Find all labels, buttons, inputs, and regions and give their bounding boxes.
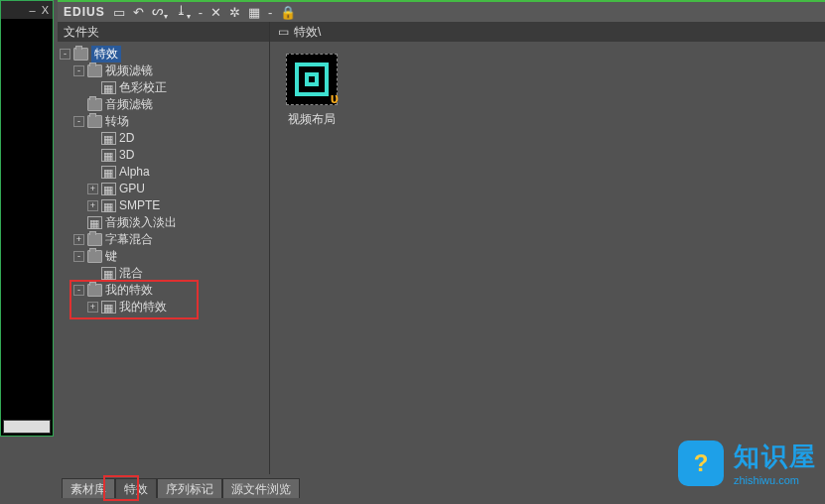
delete-icon[interactable]: ✕ bbox=[210, 5, 221, 20]
down-icon[interactable]: ⤓▾ bbox=[176, 3, 191, 21]
lock-icon[interactable]: 🔒 bbox=[280, 5, 296, 20]
tree-blend[interactable]: 混合 bbox=[60, 265, 267, 282]
view-panel-header: ▭ 特效 \ bbox=[270, 22, 825, 42]
folder-icon[interactable]: ▭ bbox=[113, 5, 125, 20]
folder-icon bbox=[73, 48, 88, 61]
main-panel: EDIUS ▭ ↶ ᔕ▾ ⤓▾ - ✕ ✲ ▦ - 🔒 文件夹 -特效 -视频滤… bbox=[58, 0, 825, 504]
tree-label: 我的特效 bbox=[105, 282, 153, 299]
titlebar: EDIUS ▭ ↶ ᔕ▾ ⤓▾ - ✕ ✲ ▦ - 🔒 bbox=[58, 0, 825, 22]
tree-3d[interactable]: 3D bbox=[60, 147, 267, 164]
tree-gpu[interactable]: +GPU bbox=[60, 181, 267, 197]
tab-browser[interactable]: 源文件浏览 bbox=[222, 478, 300, 498]
gear-icon[interactable]: ✲ bbox=[229, 5, 240, 20]
tree-keys[interactable]: -键 bbox=[60, 248, 267, 265]
left-window-controls: – X bbox=[1, 1, 53, 19]
tree-label: 视频滤镜 bbox=[105, 63, 153, 79]
tree-smpte[interactable]: +SMPTE bbox=[60, 197, 267, 214]
tree-2d[interactable]: 2D bbox=[60, 130, 267, 147]
tree-label: 特效 bbox=[91, 46, 121, 63]
tree-label: 色彩校正 bbox=[119, 79, 167, 96]
item-icon bbox=[101, 132, 116, 145]
watermark-sub: zhishiwu.com bbox=[734, 474, 817, 486]
folder-icon bbox=[87, 115, 102, 128]
collapse-icon[interactable]: - bbox=[73, 285, 84, 296]
tree-label: 键 bbox=[105, 248, 117, 265]
tree-label: 音频滤镜 bbox=[105, 96, 153, 113]
folder-icon bbox=[87, 233, 102, 246]
tab-effects[interactable]: 特效 bbox=[115, 478, 157, 498]
tree-alpha[interactable]: Alpha bbox=[60, 164, 267, 181]
watermark-text: 知识屋 zhishiwu.com bbox=[734, 440, 817, 486]
close-icon[interactable]: X bbox=[42, 4, 49, 16]
link-icon[interactable]: ᔕ▾ bbox=[152, 3, 168, 21]
view-path: \ bbox=[318, 25, 321, 39]
watermark-title: 知识屋 bbox=[734, 440, 817, 474]
tree-panel-header: 文件夹 bbox=[58, 22, 269, 42]
folder-icon bbox=[87, 98, 102, 111]
item-icon bbox=[101, 183, 116, 195]
folder-icon bbox=[87, 284, 102, 297]
tree-label: Alpha bbox=[119, 164, 150, 181]
minimize-icon[interactable]: – bbox=[30, 4, 36, 16]
tree-label: 混合 bbox=[119, 265, 143, 282]
item-icon bbox=[101, 81, 116, 94]
toolbar: ▭ ↶ ᔕ▾ ⤓▾ - ✕ ✲ ▦ - 🔒 bbox=[113, 3, 297, 21]
tree-audio-fade[interactable]: 音频淡入淡出 bbox=[60, 214, 267, 231]
badge-icon: υ bbox=[331, 90, 339, 106]
ruler-strip bbox=[3, 420, 51, 434]
app-title: EDIUS bbox=[64, 5, 105, 19]
tree-label: SMPTE bbox=[119, 197, 160, 214]
bottom-tabs: 素材库 特效 序列标记 源文件浏览 bbox=[62, 478, 300, 498]
tab-library[interactable]: 素材库 bbox=[62, 478, 115, 498]
tree-subtitle-mix[interactable]: +字幕混合 bbox=[60, 231, 267, 248]
view-body[interactable]: υ 视频布局 bbox=[270, 42, 825, 474]
expand-icon[interactable]: + bbox=[87, 302, 98, 313]
tree-label: 我的特效 bbox=[119, 299, 167, 315]
watermark-badge bbox=[678, 441, 724, 486]
left-preview-panel: – X bbox=[0, 0, 54, 437]
expand-icon[interactable]: + bbox=[73, 234, 84, 245]
view-panel: ▭ 特效 \ υ 视频布局 bbox=[270, 22, 825, 474]
folder-icon: ▭ bbox=[276, 25, 290, 39]
tree-label: GPU bbox=[119, 181, 145, 197]
item-icon bbox=[101, 267, 116, 280]
tree-label: 2D bbox=[119, 130, 134, 147]
tree-label: 转场 bbox=[105, 113, 129, 130]
tree-root-effects[interactable]: -特效 bbox=[60, 46, 267, 63]
view-title: 特效 bbox=[294, 24, 318, 41]
item-icon bbox=[101, 149, 116, 162]
tree-transition[interactable]: -转场 bbox=[60, 113, 267, 130]
tree-panel: 文件夹 -特效 -视频滤镜 色彩校正 音频滤镜 -转场 2D 3D Alpha … bbox=[58, 22, 270, 474]
tree-my-effects[interactable]: -我的特效 bbox=[60, 282, 267, 299]
tree-audio-filter[interactable]: 音频滤镜 bbox=[60, 96, 267, 113]
item-icon bbox=[101, 166, 116, 179]
folder-icon bbox=[87, 64, 102, 77]
collapse-icon[interactable]: - bbox=[73, 65, 84, 76]
separator-icon: - bbox=[199, 5, 203, 20]
collapse-icon[interactable]: - bbox=[73, 251, 84, 262]
expand-icon[interactable]: + bbox=[87, 200, 98, 211]
effect-thumbnail[interactable]: υ 视频布局 bbox=[282, 54, 342, 128]
item-icon bbox=[87, 216, 102, 229]
tree-color-correction[interactable]: 色彩校正 bbox=[60, 79, 267, 96]
question-icon bbox=[694, 449, 709, 477]
thumbnail-image: υ bbox=[286, 54, 338, 105]
folder-header-label: 文件夹 bbox=[64, 24, 99, 41]
content-area: 文件夹 -特效 -视频滤镜 色彩校正 音频滤镜 -转场 2D 3D Alpha … bbox=[58, 22, 825, 474]
tab-markers[interactable]: 序列标记 bbox=[157, 478, 222, 498]
tree-my-effects-child[interactable]: +我的特效 bbox=[60, 299, 267, 315]
tree-video-filter[interactable]: -视频滤镜 bbox=[60, 63, 267, 79]
grid-icon[interactable]: ▦ bbox=[248, 5, 260, 20]
collapse-icon[interactable]: - bbox=[73, 116, 84, 127]
collapse-icon[interactable]: - bbox=[60, 49, 70, 60]
undo-icon[interactable]: ↶ bbox=[133, 5, 144, 20]
separator-icon: - bbox=[268, 5, 272, 20]
effects-tree[interactable]: -特效 -视频滤镜 色彩校正 音频滤镜 -转场 2D 3D Alpha +GPU… bbox=[58, 42, 269, 474]
tree-label: 3D bbox=[119, 147, 134, 164]
watermark: 知识屋 zhishiwu.com bbox=[678, 440, 817, 486]
item-icon bbox=[101, 199, 116, 212]
expand-icon[interactable]: + bbox=[87, 184, 98, 194]
tree-label: 字幕混合 bbox=[105, 231, 153, 248]
tree-label: 音频淡入淡出 bbox=[105, 214, 177, 231]
thumbnail-label: 视频布局 bbox=[282, 111, 342, 128]
